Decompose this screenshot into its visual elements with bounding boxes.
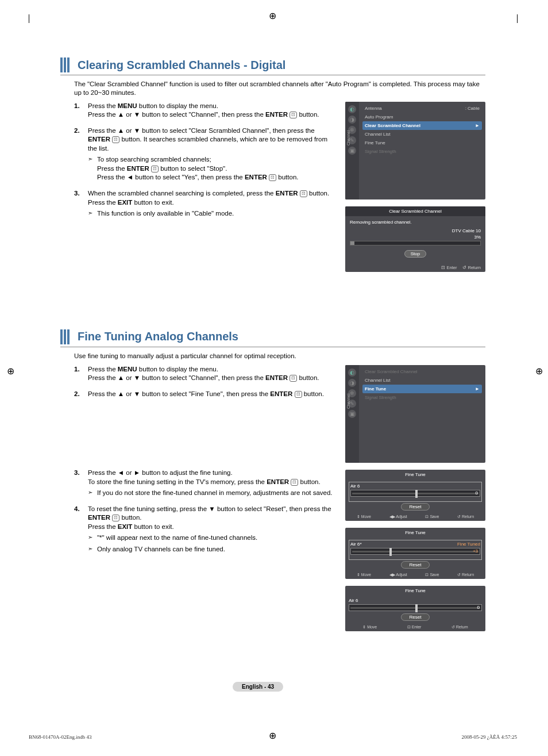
osd-menu-item[interactable]: Channel List (362, 376, 482, 385)
step-note: "*" will appear next to the name of fine… (88, 534, 338, 543)
step-text: Press the ▲ or ▼ button to select "Chann… (88, 374, 338, 383)
step-text: When the scrambled channel searching is … (88, 189, 338, 198)
step-number: 3. (74, 189, 88, 218)
step-body: When the scrambled channel searching is … (88, 189, 338, 218)
osd-reset-button[interactable]: Reset (401, 561, 430, 569)
section2-steps: 1.Press the MENU button to display the m… (74, 365, 338, 554)
osd-menu-item[interactable]: Clear Scrambled Channel (362, 367, 482, 376)
osd-reset-button[interactable]: Reset (401, 503, 430, 511)
step: 1.Press the MENU button to display the m… (74, 102, 338, 120)
step-text: Press the ◄ or ► button to adjust the fi… (88, 469, 338, 478)
print-footer: BN68-01470A-02Eng.indb 43 2008-05-29 ¿ÀÈ… (29, 734, 517, 740)
osd-tab-icon: ◐ (348, 369, 356, 377)
step-text: Press the ▲ or ▼ button to select "Fine … (88, 390, 338, 399)
step-body: Press the MENU button to display the men… (88, 102, 338, 120)
step-body: Press the ▲ or ▼ button to select "Fine … (88, 390, 338, 399)
osd-footer-enter: ⊡ Enter (441, 265, 457, 270)
step-note: If you do not store the fine-tuned chann… (88, 489, 338, 498)
footer-file: BN68-01470A-02Eng.indb 43 (29, 734, 92, 740)
osd-menu-item[interactable]: Fine Tune► (362, 385, 482, 393)
osd-menu-item[interactable]: Signal Strength (362, 393, 482, 402)
step-text: Press the EXIT button to exit. (88, 198, 338, 208)
step: 1.Press the MENU button to display the m… (74, 365, 338, 383)
step-text: Press the ▲ or ▼ button to select "Chann… (88, 110, 338, 120)
step-number: 2. (74, 126, 88, 182)
osd-tab-icon: ▣ (348, 410, 356, 418)
footer-date: 2008-05-29 ¿ÀÈÄ 4:57:25 (462, 734, 518, 740)
osd-channel-menu-list-2: Clear Scrambled ChannelChannel ListFine … (359, 365, 485, 463)
section-title-clearing: Clearing Scrambled Channels - Digital (60, 57, 485, 75)
section1-steps: 1.Press the MENU button to display the m… (74, 102, 338, 218)
osd-scan-percent: 3% (474, 235, 481, 240)
step: 3.Press the ◄ or ► button to adjust the … (74, 469, 338, 498)
registration-mark-icon: ⊕ (535, 366, 543, 377)
step: 4.To reset the fine tuning setting, pres… (74, 505, 338, 554)
step-body: Press the ▲ or ▼ button to select "Clear… (88, 126, 338, 182)
step-text: To reset the fine tuning setting, press … (88, 505, 338, 523)
step-note: Only analog TV channels can be fine tune… (88, 545, 338, 554)
osd-scan-subinfo: DTV Cable 10 (452, 228, 481, 233)
osd-menu-item[interactable]: Fine Tune (362, 139, 482, 147)
osd-ft-footer: ⇕ Move◀▶ Adjust⊡ Save↺ Return (345, 513, 485, 521)
osd-clear-scrambled: Clear Scrambled Channel Removing scrambl… (345, 206, 485, 272)
osd-tab-icon: ◑ (348, 379, 356, 387)
osd-fine-tune: Fine Tune Air 6*Fine Tuned +3 Reset ⇕ Mo… (345, 528, 485, 579)
osd-tab-label: Channel (346, 131, 350, 145)
osd-fine-tune: Fine Tune Air 6 0 Reset ⇕ Move◀▶ Adjust⊡… (345, 470, 485, 521)
osd-tab-icon: ◑ (348, 116, 356, 124)
step-text: Press the EXIT button to exit. (88, 523, 338, 532)
osd-ft-footer: ⇕ Move⊡ Enter↺ Return (345, 623, 485, 631)
crop-mark (29, 14, 29, 23)
osd-progress-bar (350, 241, 481, 245)
step-number: 4. (74, 505, 88, 554)
step-note: To stop searching scrambled channels;Pre… (88, 155, 338, 182)
step-note: This function is only available in "Cabl… (88, 209, 338, 218)
step-spacer (74, 405, 338, 469)
step-text: Press the ▲ or ▼ button to select "Clear… (88, 126, 338, 153)
osd-menu-item[interactable]: Signal Strength (362, 147, 482, 156)
crop-mark (517, 14, 518, 23)
section1-title: Clearing Scrambled Channels - Digital (78, 59, 285, 72)
section2-title: Fine Tuning Analog Channels (78, 330, 238, 343)
osd-tab-label: Channel (346, 394, 350, 409)
step-text: To store the fine tuning setting in the … (88, 478, 338, 487)
osd-menu-item[interactable]: Auto Program (362, 113, 482, 121)
osd-ft-footer: ⇕ Move◀▶ Adjust⊡ Save↺ Return (345, 571, 485, 579)
osd-menu-item[interactable]: Antenna: Cable (362, 104, 482, 113)
osd-ft-title: Fine Tune (345, 586, 485, 596)
step-body: Press the MENU button to display the men… (88, 365, 338, 383)
step-text: Press the MENU button to display the men… (88, 365, 338, 374)
osd-ft-title: Fine Tune (345, 528, 485, 538)
osd-stop-button[interactable]: Stop (404, 250, 426, 258)
osd-channel-menu: Channel ◐ ◑ ✲ ✎ ▣ Antenna: CableAuto Pro… (345, 102, 485, 199)
osd-tab-icon: ▣ (348, 147, 356, 155)
step-text: Press the MENU button to display the men… (88, 102, 338, 111)
section1-intro: The "Clear Scrambled Channel" function i… (74, 80, 485, 97)
osd-reset-button[interactable]: Reset (401, 613, 430, 621)
registration-mark-icon: ⊕ (269, 10, 276, 21)
osd-menu-item[interactable]: Clear Scrambled Channel► (362, 121, 482, 130)
osd-channel-menu-2: Channel ◐ ◑ ✲ ✎ ▣ Clear Scrambled Channe… (345, 365, 485, 463)
step: 2.Press the ▲ or ▼ button to select "Fin… (74, 390, 338, 399)
osd-scan-title: Clear Scrambled Channel (345, 206, 485, 216)
page-number: English - 43 (233, 682, 283, 692)
osd-ft-title: Fine Tune (345, 470, 485, 479)
registration-mark-icon: ⊕ (7, 366, 14, 377)
page-content: Clearing Scrambled Channels - Digital Th… (60, 57, 485, 631)
osd-tab-icon: ◐ (348, 105, 356, 113)
step: 3.When the scrambled channel searching i… (74, 189, 338, 218)
step-number: 3. (74, 469, 88, 498)
osd-channel-menu-list: Antenna: CableAuto ProgramClear Scramble… (359, 102, 485, 199)
osd-footer-return: ↺ Return (462, 265, 481, 270)
osd-scan-message: Removing scrambled channel. (350, 220, 481, 225)
section2-intro: Use fine tuning to manually adjust a par… (74, 352, 485, 360)
step-body: Press the ◄ or ► button to adjust the fi… (88, 469, 338, 498)
osd-fine-tune: Fine Tune Air 6 0 Reset ⇕ Move⊡ Enter↺ R… (345, 586, 485, 631)
step: 2.Press the ▲ or ▼ button to select "Cle… (74, 126, 338, 182)
step-number: 1. (74, 102, 88, 120)
section-title-finetune: Fine Tuning Analog Channels (60, 329, 485, 347)
osd-menu-item[interactable]: Channel List (362, 130, 482, 139)
step-body: To reset the fine tuning setting, press … (88, 505, 338, 554)
step-number: 2. (74, 390, 88, 399)
step-number: 1. (74, 365, 88, 383)
